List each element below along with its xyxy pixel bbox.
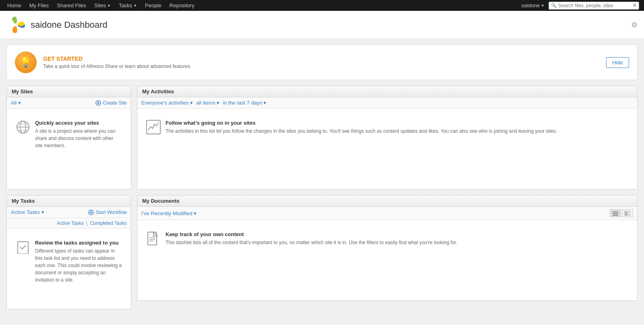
sites-filter-dropdown[interactable]: All ▾ bbox=[11, 100, 21, 106]
nav-tasks[interactable]: Tasks ▼ bbox=[115, 0, 141, 11]
document-svg bbox=[147, 231, 160, 246]
my-sites-empty-desc: A site is a project area where you can s… bbox=[35, 128, 122, 149]
my-activities-empty-text: Follow what's going on in your sites The… bbox=[166, 120, 557, 135]
svg-point-1 bbox=[14, 23, 18, 27]
create-site-button[interactable]: Create Site bbox=[95, 100, 127, 106]
task-svg bbox=[16, 240, 30, 254]
nav-sharedfiles-label: Shared Files bbox=[57, 2, 86, 8]
my-activities-body: Follow what's going on in your sites The… bbox=[137, 109, 637, 189]
header-bar: saidone Dashboard ⚙ bbox=[0, 11, 644, 39]
my-sites-empty-text: Quickly access your sites A site is a pr… bbox=[35, 120, 122, 149]
my-tasks-header: My Tasks bbox=[7, 195, 131, 207]
activities-filter1[interactable]: Everyone's activities ▾ bbox=[141, 100, 193, 106]
nav-people-label: People bbox=[145, 2, 161, 8]
documents-filter-dropdown[interactable]: I've Recently Modified ▾ bbox=[141, 210, 197, 216]
my-documents-body: Keep track of your own content This dash… bbox=[137, 220, 637, 300]
my-sites-dashlet: My Sites All ▾ Create Site bbox=[6, 86, 131, 189]
documents-detail-view-button[interactable] bbox=[622, 209, 633, 217]
tasks-subtoolbar: Active Tasks | Completed Tasks bbox=[7, 218, 131, 228]
nav-sites-label: Sites bbox=[94, 2, 106, 8]
user-menu-arrow: ▼ bbox=[541, 4, 545, 8]
my-tasks-empty-title: Review the tasks assigned to you bbox=[35, 240, 122, 246]
my-documents-header: My Documents bbox=[137, 195, 637, 207]
settings-gear-icon[interactable]: ⚙ bbox=[631, 21, 638, 29]
username-label: saidone bbox=[522, 2, 540, 8]
search-clear-icon[interactable]: ✕ bbox=[632, 2, 637, 8]
my-sites-empty-state: Quickly access your sites A site is a pr… bbox=[12, 113, 126, 156]
active-tasks-link[interactable]: Active Tasks bbox=[57, 220, 83, 226]
nav-sites[interactable]: Sites ▼ bbox=[90, 0, 115, 11]
my-activities-header: My Activities bbox=[137, 86, 637, 97]
activities-filter3[interactable]: in the last 7 days ▾ bbox=[223, 100, 266, 106]
user-menu[interactable]: saidone ▼ bbox=[518, 2, 549, 8]
detail-view-icon bbox=[625, 211, 630, 216]
globe-icon bbox=[16, 120, 30, 134]
sites-toolbar: All ▾ Create Site bbox=[7, 97, 131, 109]
get-started-title: GET STARTED bbox=[43, 56, 600, 62]
list-view-icon bbox=[613, 211, 618, 216]
search-box: 🔍 ✕ bbox=[549, 2, 639, 10]
my-sites-body: Quickly access your sites A site is a pr… bbox=[7, 109, 131, 189]
create-site-label: Create Site bbox=[103, 100, 127, 106]
top-navigation: Home My Files Shared Files Sites ▼ Tasks… bbox=[0, 0, 644, 11]
alfresco-logo bbox=[6, 15, 26, 35]
get-started-subtitle: Take a quick tour of Alfresco Share or l… bbox=[43, 64, 600, 69]
get-started-icon: 💡 bbox=[15, 51, 37, 73]
documents-view-buttons bbox=[610, 209, 633, 217]
activities-icon bbox=[146, 120, 161, 134]
my-documents-empty-title: Keep track of your own content bbox=[166, 231, 457, 237]
nav-myfiles[interactable]: My Files bbox=[25, 0, 53, 11]
task-icon bbox=[16, 240, 30, 254]
documents-list-view-button[interactable] bbox=[610, 209, 621, 217]
lightbulb-icon: 💡 bbox=[20, 57, 32, 68]
activities-filter2[interactable]: all items ▾ bbox=[196, 100, 219, 106]
svg-rect-17 bbox=[625, 211, 627, 213]
my-activities-empty-state: Follow what's going on in your sites The… bbox=[142, 113, 632, 141]
nav-sites-arrow: ▼ bbox=[107, 4, 111, 8]
my-documents-dashlet: My Documents I've Recently Modified ▾ bbox=[137, 195, 638, 301]
hide-button[interactable]: Hide bbox=[606, 57, 629, 68]
nav-home-label: Home bbox=[7, 2, 21, 8]
get-started-text: GET STARTED Take a quick tour of Alfresc… bbox=[43, 56, 600, 69]
nav-home[interactable]: Home bbox=[3, 0, 25, 11]
my-sites-empty-title: Quickly access your sites bbox=[35, 120, 122, 126]
nav-sharedfiles[interactable]: Shared Files bbox=[53, 0, 90, 11]
left-column: My Sites All ▾ Create Site bbox=[6, 86, 131, 309]
start-workflow-button[interactable]: Start Workflow bbox=[88, 210, 127, 215]
my-activities-empty-title: Follow what's going on in your sites bbox=[166, 120, 557, 126]
svg-rect-18 bbox=[625, 214, 627, 216]
my-activities-empty-desc: The activities in this list let you foll… bbox=[166, 128, 557, 135]
nav-repository-label: Repository bbox=[170, 2, 195, 8]
get-started-banner: 💡 GET STARTED Take a quick tour of Alfre… bbox=[6, 45, 638, 80]
right-column: My Activities Everyone's activities ▾ al… bbox=[137, 86, 638, 309]
nav-tasks-label: Tasks bbox=[119, 2, 132, 8]
nav-repository[interactable]: Repository bbox=[166, 0, 199, 11]
my-tasks-body: Review the tasks assigned to you Differe… bbox=[7, 228, 131, 309]
tasks-sub-separator: | bbox=[86, 220, 87, 226]
my-activities-dashlet: My Activities Everyone's activities ▾ al… bbox=[137, 86, 638, 189]
start-workflow-label: Start Workflow bbox=[95, 210, 127, 215]
main-content: My Sites All ▾ Create Site bbox=[0, 86, 644, 316]
my-documents-empty-desc: This dashlet lists all of the content th… bbox=[166, 239, 457, 246]
activities-svg bbox=[147, 121, 159, 133]
my-tasks-empty-desc: Different types of tasks can appear in t… bbox=[35, 247, 122, 284]
dashboard-title: saidone Dashboard bbox=[31, 20, 108, 30]
my-tasks-dashlet: My Tasks Active Tasks ▾ Start Workflow A… bbox=[6, 195, 131, 309]
my-documents-empty-text: Keep track of your own content This dash… bbox=[166, 231, 457, 246]
start-workflow-icon bbox=[88, 210, 94, 215]
search-icon: 🔍 bbox=[551, 3, 557, 8]
nav-tasks-arrow: ▼ bbox=[133, 4, 137, 8]
nav-people[interactable]: People bbox=[141, 0, 165, 11]
search-input[interactable] bbox=[558, 3, 631, 8]
my-tasks-empty-text: Review the tasks assigned to you Differe… bbox=[35, 240, 122, 284]
tasks-filter-dropdown[interactable]: Active Tasks ▾ bbox=[11, 209, 44, 215]
document-icon bbox=[146, 231, 161, 246]
globe-svg bbox=[16, 120, 30, 134]
my-documents-empty-state: Keep track of your own content This dash… bbox=[142, 225, 632, 253]
completed-tasks-link[interactable]: Completed Tasks bbox=[90, 220, 127, 226]
my-sites-header: My Sites bbox=[7, 86, 131, 97]
documents-toolbar: I've Recently Modified ▾ bbox=[137, 207, 637, 220]
tasks-toolbar: Active Tasks ▾ Start Workflow bbox=[7, 207, 131, 218]
nav-myfiles-label: My Files bbox=[29, 2, 49, 8]
create-site-icon bbox=[95, 100, 101, 106]
